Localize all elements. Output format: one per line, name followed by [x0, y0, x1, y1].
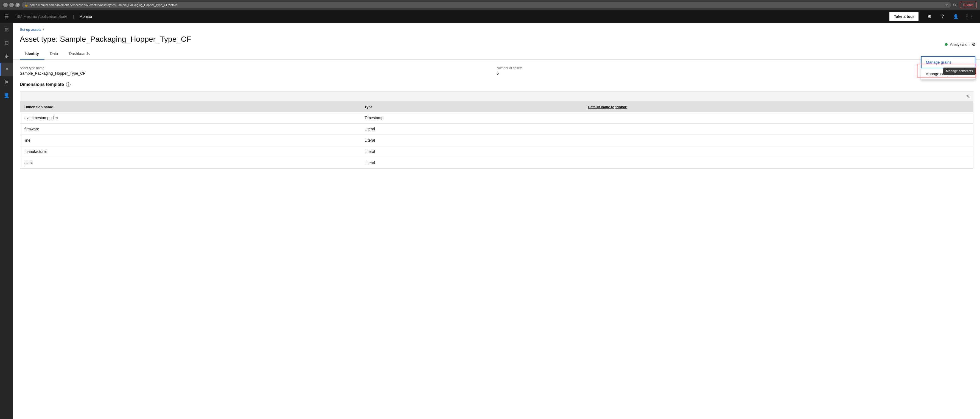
module-name: Monitor [80, 14, 92, 19]
asset-type-name-value: Sample_Packaging_Hopper_Type_CF [20, 71, 496, 75]
dim-default-cell [584, 135, 973, 146]
hamburger-menu[interactable]: ☰ [5, 13, 9, 19]
dim-default-cell [584, 112, 973, 124]
sidebar-item-monitor[interactable]: ◉ [0, 49, 13, 63]
asset-type-name-col: Asset type name Sample_Packaging_Hopper_… [20, 66, 496, 75]
url-bar[interactable]: 🔒 demo.monitor.omenablement.democore.clo… [22, 2, 951, 8]
separator: | [73, 14, 74, 19]
sidebar-item-grid[interactable]: ⊟ [0, 36, 13, 49]
app-name: IBM Maximo Application Suite [15, 14, 67, 19]
dim-type-cell: Literal [360, 157, 584, 169]
tab-identity[interactable]: Identity [20, 48, 45, 60]
analysis-bar: Analysis on ⚙ [940, 42, 980, 47]
lock-icon: 🔒 [25, 3, 28, 6]
info-table: Asset type name Sample_Packaging_Hopper_… [20, 66, 974, 75]
star-icon[interactable]: ☆ [945, 3, 948, 7]
dimensions-section-title: Dimensions template i [20, 82, 974, 87]
dim-name-cell: plant [20, 157, 360, 169]
dim-type-cell: Literal [360, 124, 584, 135]
app-header: ☰ IBM Maximo Application Suite | Monitor… [0, 10, 980, 23]
analysis-gear-button[interactable]: ⚙ [972, 42, 975, 47]
sidebar-item-table[interactable]: ≡ [0, 63, 13, 76]
asset-count-value: 5 [496, 71, 974, 75]
dimensions-table: Dimension name Type Default value (optio… [20, 102, 973, 168]
sidebar-item-home[interactable]: ⊞ [0, 23, 13, 36]
extensions-icon[interactable]: ⚙ [953, 3, 957, 7]
dim-default-cell [584, 146, 973, 157]
dim-name-cell: firmware [20, 124, 360, 135]
breadcrumb-separator: / [43, 27, 44, 32]
tab-data[interactable]: Data [45, 48, 64, 60]
dim-name-cell: evt_timestamp_dim [20, 112, 360, 124]
table-row: evt_timestamp_dim Timestamp [20, 112, 973, 124]
dim-table-header: Dimension name Type Default value (optio… [20, 102, 973, 112]
app-body: ⊞ ⊟ ◉ ≡ ⚑ 👤 Set up assets / Asset type: … [0, 23, 980, 419]
dim-type-cell: Literal [360, 135, 584, 146]
table-row: plant Literal [20, 157, 973, 169]
analysis-status-dot [945, 43, 948, 46]
dim-type-cell: Timestamp [360, 112, 584, 124]
table-row: line Literal [20, 135, 973, 146]
info-icon[interactable]: i [66, 82, 70, 87]
browser-bar: ← → ↻ 🔒 demo.monitor.omenablement.democo… [0, 0, 980, 10]
page-title: Asset type: Sample_Packaging_Hopper_Type… [13, 34, 980, 48]
main-content: Set up assets / Asset type: Sample_Packa… [13, 23, 980, 419]
sidebar-item-people[interactable]: 👤 [0, 89, 13, 102]
breadcrumb: Set up assets / [20, 27, 974, 32]
dim-name-cell: manufacturer [20, 146, 360, 157]
forward-button[interactable]: → [10, 3, 14, 7]
browser-actions: ⚙ Update [953, 2, 977, 8]
content-area: Asset type name Sample_Packaging_Hopper_… [13, 60, 980, 175]
header-icons: ⚙ ? 👤 ⋮⋮ [923, 10, 975, 23]
manage-constants-tooltip: Manage constants [943, 67, 975, 75]
asset-count-label: Number of assets [496, 66, 974, 70]
apps-icon[interactable]: ⋮⋮ [963, 10, 975, 23]
help-icon[interactable]: ? [936, 10, 949, 23]
edit-icon-button[interactable]: ✎ [966, 94, 970, 99]
breadcrumb-area: Set up assets / [13, 23, 980, 34]
sidebar: ⊞ ⊟ ◉ ≡ ⚑ 👤 [0, 23, 13, 419]
table-row: firmware Literal [20, 124, 973, 135]
col-dimension-name: Dimension name [20, 102, 360, 112]
settings-icon[interactable]: ⚙ [923, 10, 936, 23]
analysis-label: Analysis on [950, 42, 970, 47]
dim-default-cell [584, 157, 973, 169]
table-row: manufacturer Literal [20, 146, 973, 157]
browser-controls: ← → ↻ [3, 3, 20, 7]
dim-type-cell: Literal [360, 146, 584, 157]
back-button[interactable]: ← [3, 3, 8, 7]
tab-dashboards[interactable]: Dashboards [64, 48, 95, 60]
dim-table-toolbar: ✎ [20, 92, 973, 102]
dim-default-cell [584, 124, 973, 135]
breadcrumb-link[interactable]: Set up assets [20, 27, 41, 32]
dimensions-table-container: ✎ Dimension name Type Default value [20, 91, 974, 169]
take-tour-button[interactable]: Take a tour [889, 12, 918, 21]
update-button[interactable]: Update [960, 2, 977, 8]
reload-button[interactable]: ↻ [15, 3, 20, 7]
url-text: demo.monitor.omenablement.democore.cloud… [30, 3, 178, 6]
sidebar-item-alert[interactable]: ⚑ [0, 76, 13, 89]
col-default-value: Default value (optional) [584, 102, 973, 112]
asset-count-col: Number of assets 5 [496, 66, 974, 75]
dim-table-body: evt_timestamp_dim Timestamp firmware Lit… [20, 112, 973, 168]
col-type: Type [360, 102, 584, 112]
asset-type-name-label: Asset type name [20, 66, 496, 70]
app-title: IBM Maximo Application Suite | Monitor [13, 14, 95, 19]
manage-grains-item[interactable]: Manage grains [921, 56, 975, 69]
user-icon[interactable]: 👤 [949, 10, 963, 23]
tabs: Identity Data Dashboards [13, 48, 980, 60]
dim-name-cell: line [20, 135, 360, 146]
